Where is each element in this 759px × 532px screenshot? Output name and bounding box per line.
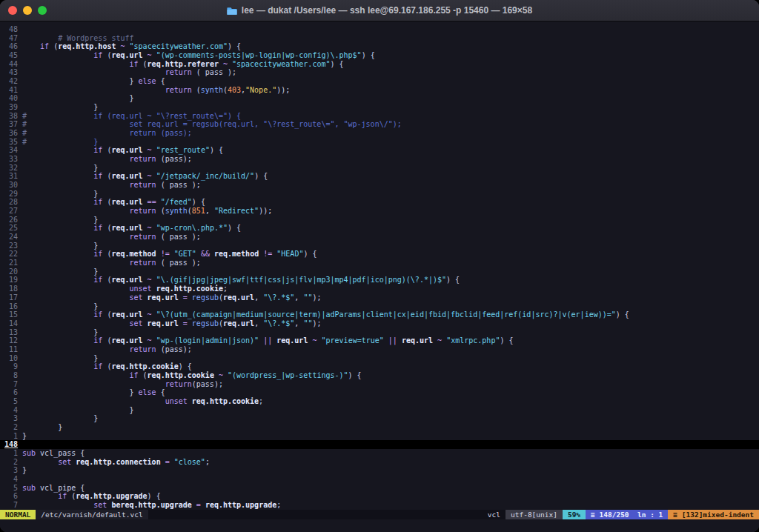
line-number: 15 (4, 310, 18, 319)
code-token: "\?.*$" (263, 293, 294, 302)
code-token: return (130, 233, 156, 241)
code-text: if (req.http.referer ~ "spacecityweather… (22, 60, 344, 68)
code-text: set bereq.http.upgrade = req.http.upgrad… (22, 501, 281, 509)
code-token: } (22, 432, 27, 440)
code-text: } else { (22, 388, 165, 396)
code-token: } (93, 164, 98, 172)
code-token: != (263, 250, 272, 258)
line-number: 13 (4, 328, 18, 337)
code-token: "\?(utm_(campaign|medium|source|term)|ad… (156, 310, 616, 319)
mixed-indent-warning: ≡ [132]mixed-indent (668, 510, 759, 519)
code-token: return (130, 181, 156, 189)
code-token: , (294, 293, 303, 302)
code-token: ; (259, 397, 263, 405)
code-text: # return (pass); (22, 129, 192, 137)
code-line: 23 } (0, 242, 759, 250)
code-token: } (93, 103, 98, 111)
code-token: "\?.*$" (263, 319, 294, 327)
code-text: # Wordpress stuff (22, 34, 134, 42)
code-token: ); (312, 319, 321, 327)
vim-statusline: NORMAL /etc/varnish/default.vcl vcl utf-… (0, 510, 759, 519)
code-token: "spacecityweather.com" (130, 42, 228, 50)
code-text: } (22, 164, 98, 172)
code-text: } (22, 423, 62, 431)
code-line: 43 return ( pass ); (0, 68, 759, 77)
code-line: 2 set req.http.connection = "close"; (0, 458, 759, 467)
code-token: ( (102, 310, 111, 319)
code-line: 15 if (req.url ~ "\?(utm_(campaign|mediu… (0, 310, 759, 319)
code-line: 13 } (0, 328, 759, 337)
code-text: set req.url = regsub(req.url, "\?.*$", "… (22, 293, 322, 302)
code-token: return (130, 259, 156, 267)
line-number: 27 (4, 207, 18, 216)
statusline-fill (148, 510, 483, 519)
code-token: } (22, 466, 27, 474)
code-token: req.method (111, 250, 156, 258)
code-token: "Redirect" (214, 207, 259, 215)
code-text: if (req.url ~ "wp-cron\.php.*") { (22, 224, 241, 232)
code-text: if (req.http.cookie ~ "(wordpress_|wp-se… (22, 371, 362, 379)
code-text: set req.http.connection = "close"; (22, 458, 210, 466)
code-token: ) { (210, 146, 223, 154)
line-number: 35 (4, 138, 18, 147)
code-line: 29 } (0, 190, 759, 199)
code-token: req.url (111, 146, 142, 154)
code-line: 6 if (req.http.upgrade) { (0, 492, 759, 501)
line-number: 43 (4, 68, 18, 77)
code-token: (pass); (192, 380, 223, 388)
code-token: ( (67, 492, 76, 500)
code-text: if (req.http.cookie) { (22, 362, 192, 370)
code-token: ( (102, 224, 111, 232)
code-text: } (22, 406, 134, 414)
minimize-button[interactable] (23, 6, 32, 15)
code-line: 41 return (synth(403,"Nope.")); (0, 86, 759, 95)
terminal-screen[interactable]: 4847 # Wordpress stuff46 if (req.http.ho… (0, 21, 759, 532)
code-token: == (148, 198, 156, 206)
folder-icon (227, 7, 237, 15)
traffic-lights (8, 6, 47, 15)
code-token: ) { (446, 276, 460, 284)
close-button[interactable] (8, 6, 17, 15)
line-number: 42 (4, 77, 18, 86)
code-line: 3} (0, 466, 759, 475)
code-token: req.http.cookie (111, 362, 178, 370)
code-line: 7 return(pass); (0, 380, 759, 389)
zoom-button[interactable] (38, 6, 47, 15)
code-text: if (req.url ~ "wp-(login|admin|json)" ||… (22, 336, 513, 345)
code-token: ( pass ); (192, 68, 236, 76)
code-token: } (93, 190, 98, 198)
code-token: ) { (616, 310, 629, 319)
line-number: 24 (4, 233, 18, 242)
code-token: )); (259, 207, 272, 215)
code-line: 36# return (pass); (0, 129, 759, 138)
code-text: # } (22, 138, 98, 146)
code-line: 45 if (req.url ~ "(wp-comments-posts|wp-… (0, 51, 759, 60)
line-number: 44 (4, 60, 18, 69)
code-token: ( (102, 276, 111, 284)
code-token: ( (139, 60, 148, 68)
code-token: req.url (148, 293, 179, 302)
line-number: 31 (4, 172, 18, 181)
code-token: ); (312, 293, 321, 302)
code-token: ( (192, 86, 201, 94)
code-token: } (27, 138, 98, 146)
code-token: req.http.upgrade (76, 492, 147, 500)
code-line: 3 } (0, 414, 759, 423)
line-number: 8 (4, 371, 18, 380)
code-token: req.http.cookie (148, 371, 214, 379)
code-line: 5sub vcl_pipe { (0, 484, 759, 493)
code-token: )); (276, 86, 290, 94)
line-number: 37 (4, 120, 18, 129)
code-text: } else { (22, 77, 165, 85)
code-token: "rest_route" (156, 146, 210, 154)
code-token: if (58, 492, 67, 500)
code-token: != (161, 250, 170, 258)
code-token: "(wp-comments-posts|wp-login|wp-config)\… (156, 51, 362, 59)
code-token: if (req.url ~ "\?rest_route\=") { (27, 112, 241, 120)
line-number: 18 (4, 285, 18, 293)
code-line: 38# if (req.url ~ "\?rest_route\=") { (0, 112, 759, 121)
code-token: if (93, 250, 102, 258)
code-token: ( pass ); (156, 259, 201, 267)
code-token: return (130, 207, 156, 215)
code-token: req.http.host (58, 42, 116, 50)
